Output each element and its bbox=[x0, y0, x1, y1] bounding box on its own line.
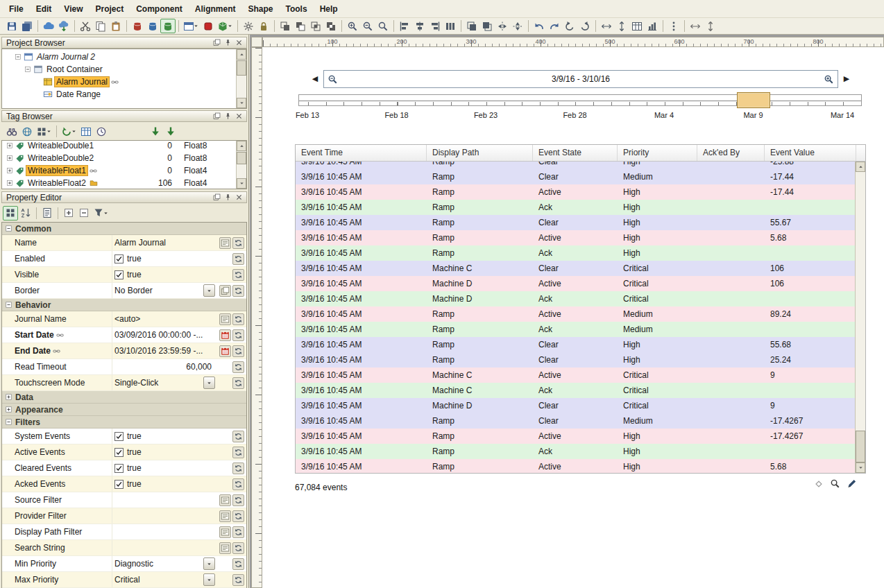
tree-expander-icon[interactable] bbox=[24, 66, 31, 73]
table-row[interactable]: 3/9/16 10:45 AMRampActiveHigh-17.4267 bbox=[296, 429, 855, 444]
tag-row-writeabledouble1[interactable]: WriteableDouble10Float8 bbox=[2, 140, 235, 152]
menu-project[interactable]: Project bbox=[89, 1, 130, 17]
checkbox[interactable] bbox=[114, 448, 124, 457]
property-value[interactable]: 60,000 bbox=[112, 359, 217, 374]
chart-options-button[interactable] bbox=[645, 19, 660, 33]
section-expander-icon[interactable] bbox=[5, 406, 12, 413]
flip-vertical-button[interactable] bbox=[510, 19, 525, 33]
scroll-up-button[interactable] bbox=[237, 49, 246, 60]
dropdown-button[interactable] bbox=[203, 557, 215, 570]
property-editor-float-button[interactable] bbox=[211, 193, 222, 202]
table-row[interactable]: 3/9/16 10:45 AMRampAckHigh bbox=[296, 200, 855, 215]
details-magnifier-icon[interactable] bbox=[830, 478, 840, 489]
property-value[interactable]: 03/10/2016 23:59:59 -... bbox=[112, 343, 217, 358]
tag-browser-close-button[interactable] bbox=[233, 112, 244, 121]
tree-item-date-range[interactable]: Date Range bbox=[2, 88, 235, 101]
property-value[interactable]: true bbox=[112, 267, 217, 282]
binding-button[interactable] bbox=[232, 526, 244, 538]
checkbox[interactable] bbox=[114, 254, 124, 263]
scroll-thumb[interactable] bbox=[237, 152, 246, 164]
property-value[interactable]: No Border bbox=[112, 283, 217, 298]
query-browser-button[interactable] bbox=[145, 19, 160, 33]
update-project-button[interactable] bbox=[56, 19, 71, 33]
binding-button[interactable] bbox=[232, 329, 244, 341]
table-row[interactable]: 3/9/16 10:45 AMRampActiveHigh5.68 bbox=[296, 230, 855, 245]
menu-view[interactable]: View bbox=[58, 1, 89, 17]
scroll-up-button[interactable] bbox=[237, 141, 246, 151]
tree-item-alarm-journal[interactable]: Alarm Journal bbox=[2, 76, 235, 88]
timeline-selection-handle[interactable] bbox=[737, 92, 770, 108]
column-header-event-time[interactable]: Event Time bbox=[296, 145, 427, 161]
more-options-button[interactable] bbox=[666, 19, 681, 33]
opc-browser-button[interactable] bbox=[78, 124, 94, 139]
menu-shape[interactable]: Shape bbox=[242, 1, 280, 17]
binding-button[interactable] bbox=[232, 377, 244, 389]
dropdown-button[interactable] bbox=[203, 377, 215, 389]
scroll-down-button[interactable] bbox=[237, 98, 246, 108]
style-customizer-button[interactable] bbox=[219, 285, 231, 297]
binding-button[interactable] bbox=[232, 431, 244, 442]
menu-component[interactable]: Component bbox=[130, 1, 189, 17]
show-description-button[interactable] bbox=[40, 206, 55, 220]
save-all-button[interactable] bbox=[19, 19, 35, 33]
match-height-button[interactable] bbox=[614, 19, 629, 33]
scroll-down-button[interactable] bbox=[237, 178, 246, 189]
zoom-out-range-icon[interactable] bbox=[328, 74, 338, 85]
property-section-behavior[interactable]: Behavior bbox=[2, 299, 246, 311]
property-section-appearance[interactable]: Appearance bbox=[2, 404, 246, 416]
alarm-journal-table[interactable]: Event TimeDisplay PathEvent StatePriorit… bbox=[295, 144, 866, 474]
tag-browser-pin-button[interactable] bbox=[222, 112, 233, 121]
table-row[interactable]: 3/9/16 10:45 AMMachine DActiveCritical10… bbox=[296, 276, 855, 291]
tag-row-writeablefloat1[interactable]: WriteableFloat10Float4 bbox=[2, 164, 235, 177]
table-row[interactable]: 3/9/16 10:45 AMRampAckHigh bbox=[296, 245, 855, 261]
property-value[interactable]: 03/09/2016 00:00:00 -... bbox=[112, 327, 217, 343]
property-value[interactable]: Alarm Journal bbox=[112, 235, 217, 250]
section-expander-icon[interactable] bbox=[5, 301, 12, 309]
import-tags-button[interactable] bbox=[148, 124, 163, 139]
timeline-track[interactable] bbox=[298, 94, 862, 106]
binding-button[interactable] bbox=[232, 253, 244, 265]
table-row[interactable]: 3/9/16 10:45 AMMachine CActiveCritical9 bbox=[296, 368, 855, 383]
menu-file[interactable]: File bbox=[3, 1, 30, 17]
binding-button[interactable] bbox=[232, 447, 244, 458]
property-value[interactable]: true bbox=[112, 476, 217, 492]
shape-difference-button[interactable] bbox=[293, 19, 308, 33]
edit-value-button[interactable] bbox=[219, 237, 231, 249]
menu-edit[interactable]: Edit bbox=[30, 1, 58, 17]
table-row[interactable]: 3/9/16 10:45 AMRampClearHigh55.68 bbox=[296, 337, 855, 352]
anchor-mode-button[interactable] bbox=[703, 19, 718, 33]
binding-button[interactable] bbox=[232, 574, 244, 586]
table-row[interactable]: 3/9/16 10:45 AMRampAckMedium bbox=[296, 322, 855, 337]
calendar-button[interactable] bbox=[219, 345, 231, 357]
collapse-all-button[interactable] bbox=[76, 206, 92, 220]
align-left-button[interactable] bbox=[397, 19, 412, 33]
table-scrollbar[interactable] bbox=[855, 162, 865, 473]
calendar-button[interactable] bbox=[219, 329, 231, 341]
menu-help[interactable]: Help bbox=[314, 1, 344, 17]
tag-browser-float-button[interactable] bbox=[211, 112, 222, 121]
column-header-event-state[interactable]: Event State bbox=[533, 145, 618, 161]
tree-expander-icon[interactable] bbox=[6, 180, 13, 187]
scroll-down-button[interactable] bbox=[856, 462, 865, 473]
column-header-priority[interactable]: Priority bbox=[618, 145, 697, 161]
scroll-thumb[interactable] bbox=[856, 431, 865, 462]
property-value[interactable]: <auto> bbox=[112, 311, 217, 327]
property-value[interactable]: Critical bbox=[112, 572, 217, 587]
project-browser-float-button[interactable] bbox=[211, 38, 222, 48]
binding-button[interactable] bbox=[232, 462, 244, 474]
tag-browser-scrollbar[interactable] bbox=[236, 141, 246, 189]
paste-button[interactable] bbox=[108, 19, 124, 33]
date-range-header[interactable]: 3/9/16 - 3/10/16 bbox=[323, 70, 838, 88]
property-value[interactable]: true bbox=[112, 460, 217, 476]
table-row[interactable]: 3/9/16 10:45 AMRampActiveHigh5.68 bbox=[296, 459, 855, 473]
property-value[interactable] bbox=[112, 492, 217, 508]
binding-button[interactable] bbox=[232, 237, 244, 249]
checkbox[interactable] bbox=[114, 432, 124, 441]
tag-history-button[interactable] bbox=[94, 124, 109, 139]
lock-button[interactable] bbox=[256, 19, 271, 33]
checkbox[interactable] bbox=[114, 480, 124, 489]
tree-expander-icon[interactable] bbox=[6, 155, 13, 162]
table-row[interactable]: 3/9/16 10:45 AMRampAckHigh bbox=[296, 444, 855, 459]
database-button[interactable] bbox=[130, 19, 145, 33]
scroll-up-button[interactable] bbox=[856, 162, 865, 172]
